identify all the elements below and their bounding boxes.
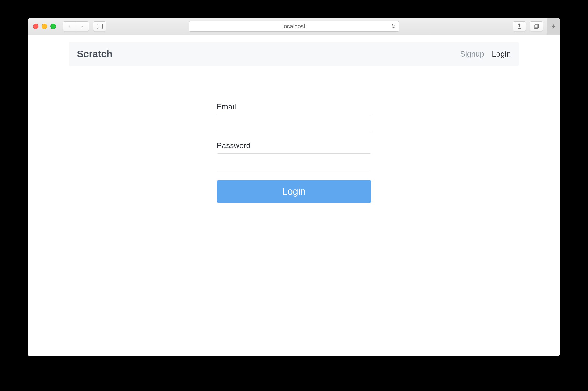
login-form: Email Password Login [217, 102, 371, 203]
tabs-button[interactable] [530, 21, 543, 31]
minimize-window-button[interactable] [42, 24, 47, 29]
email-input[interactable] [217, 114, 371, 132]
close-window-button[interactable] [33, 24, 38, 29]
chevron-right-icon: › [81, 23, 83, 29]
share-button[interactable] [513, 21, 526, 31]
window-controls [33, 24, 56, 29]
back-button[interactable]: ‹ [63, 21, 76, 31]
login-button[interactable]: Login [217, 180, 371, 203]
chevron-left-icon: ‹ [68, 23, 70, 29]
app-navbar: Scratch Signup Login [69, 42, 519, 66]
share-icon [517, 23, 522, 29]
password-input[interactable] [217, 153, 371, 171]
brand[interactable]: Scratch [77, 49, 113, 59]
svg-rect-0 [97, 24, 102, 29]
nav-login[interactable]: Login [492, 50, 511, 59]
plus-icon: + [551, 22, 556, 30]
browser-window: ‹ › localhost ↻ [28, 18, 560, 356]
nav-signup[interactable]: Signup [460, 50, 484, 59]
sidebar-icon [97, 24, 103, 29]
new-tab-button[interactable]: + [547, 18, 560, 35]
reload-icon[interactable]: ↻ [391, 23, 396, 29]
show-sidebar-button[interactable] [93, 21, 106, 31]
password-label: Password [217, 141, 371, 150]
browser-titlebar: ‹ › localhost ↻ [28, 18, 560, 35]
tabs-icon [534, 23, 539, 29]
address-bar-text: localhost [282, 23, 305, 30]
forward-button[interactable]: › [76, 21, 89, 31]
nav-buttons: ‹ › [63, 21, 89, 31]
email-label: Email [217, 102, 371, 111]
page-content: Scratch Signup Login Email Password Logi… [28, 35, 560, 356]
fullscreen-window-button[interactable] [51, 24, 56, 29]
address-bar[interactable]: localhost ↻ [189, 21, 399, 32]
nav-links: Signup Login [460, 50, 511, 59]
